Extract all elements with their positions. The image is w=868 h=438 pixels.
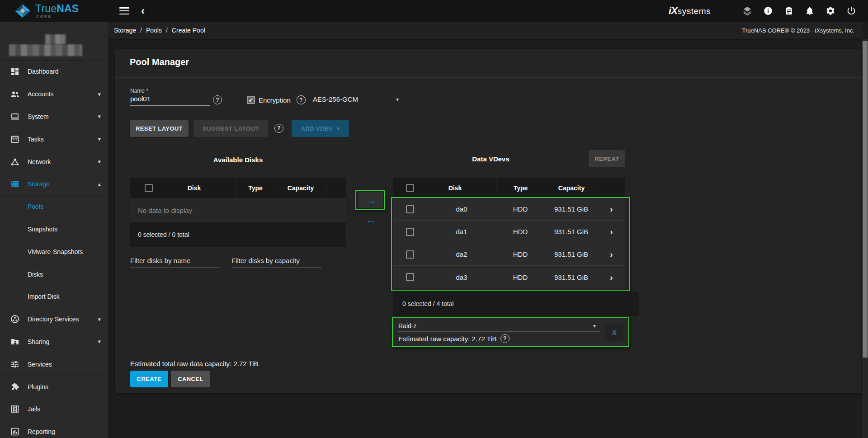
filter-capacity-input[interactable] (231, 257, 322, 268)
sidebar-item-accounts[interactable]: Accounts ▾ (0, 83, 108, 106)
suggest-layout-button[interactable]: SUGGEST LAYOUT (193, 120, 268, 137)
ix-logo-mark: iX (669, 5, 677, 17)
pool-name-input[interactable] (130, 95, 210, 106)
sidebar-item-label: System (28, 113, 49, 120)
info-icon[interactable] (763, 6, 773, 16)
row-expand-chevron-icon[interactable]: › (610, 250, 613, 259)
sidebar-item-label: Disks (28, 271, 43, 278)
sidebar-item-import-disk[interactable]: Import Disk (0, 286, 108, 308)
row-expand-chevron-icon[interactable]: › (610, 205, 613, 213)
sidebar-item-label: Jails (28, 405, 40, 413)
page-scrollbar (862, 39, 868, 438)
table-row-da3[interactable]: da3 HDD 931.51 GiB › (393, 266, 625, 288)
available-disks-footer: 0 selected / 0 total (130, 222, 346, 247)
sidebar-item-label: Import Disk (28, 293, 60, 300)
raw-capacity-text: Estimated raw capacity: 2.72 TiB (398, 335, 497, 343)
sidebar-item-services[interactable]: Services (0, 353, 108, 376)
task-manager-icon[interactable] (783, 6, 794, 16)
notifications-bell-icon[interactable] (804, 6, 815, 16)
breadcrumb: Storage / Pools / Create Pool (114, 27, 205, 34)
cancel-button[interactable]: CANCEL (171, 371, 210, 387)
create-button[interactable]: CREATE (130, 371, 168, 387)
select-all-checkbox[interactable] (406, 184, 414, 192)
sidebar-item-label: Directory Services (28, 316, 79, 323)
encryption-help-icon[interactable]: ? (297, 95, 306, 104)
row-checkbox[interactable] (406, 250, 414, 259)
reset-layout-button[interactable]: RESET LAYOUT (130, 120, 189, 137)
breadcrumb-pools[interactable]: Pools (146, 27, 162, 34)
disk-capacity: 931.51 GiB (545, 250, 598, 258)
truecommand-icon[interactable] (742, 6, 752, 16)
available-disks-header: Disk Type Capacity (130, 178, 346, 198)
layout-help-icon[interactable]: ? (274, 124, 283, 133)
move-left-button[interactable]: ← (358, 212, 383, 228)
remove-vdev-button[interactable]: X (606, 325, 623, 340)
raw-capacity-help-icon[interactable]: ? (500, 334, 509, 343)
row-checkbox[interactable] (406, 205, 414, 213)
sidebar-item-network[interactable]: Network ▾ (0, 151, 108, 173)
row-checkbox[interactable] (406, 228, 414, 236)
breadcrumb-separator: / (140, 27, 142, 34)
sidebar-item-sharing[interactable]: Sharing ▾ (0, 331, 108, 353)
disk-name: da2 (427, 250, 496, 258)
row-expand-chevron-icon[interactable]: › (610, 273, 613, 282)
settings-gear-icon[interactable] (825, 6, 835, 16)
sidebar-item-disks[interactable]: Disks (0, 263, 108, 286)
select-all-checkbox[interactable] (145, 184, 153, 192)
move-right-button[interactable]: → (358, 192, 383, 208)
table-row-da1[interactable]: da1 HDD 931.51 GiB › (393, 221, 625, 243)
sidebar-item-label: Accounts (28, 90, 54, 98)
repeat-button[interactable]: REPEAT (589, 150, 625, 167)
data-vdevs-header: Disk Type Capacity (393, 178, 625, 198)
column-header-capacity: Capacity (558, 184, 585, 192)
sidebar-item-label: Pools (28, 203, 43, 210)
power-icon[interactable] (846, 6, 856, 16)
row-expand-chevron-icon[interactable]: › (610, 227, 613, 236)
scrollbar-thumb[interactable] (863, 41, 868, 358)
sharing-folder-icon (10, 337, 20, 346)
column-header-type: Type (248, 184, 263, 192)
sidebar-item-plugins[interactable]: Plugins (0, 376, 108, 398)
disk-type: HDD (496, 228, 545, 235)
table-row-da2[interactable]: da2 HDD 931.51 GiB › (393, 243, 625, 266)
row-checkbox[interactable] (406, 273, 414, 281)
name-field-label: Name * (130, 88, 148, 94)
cipher-select[interactable]: AES-256-GCM ▾ (313, 95, 399, 103)
breadcrumb-storage[interactable]: Storage (114, 27, 136, 34)
column-header-type: Type (514, 184, 528, 192)
sidebar-item-label: Storage (28, 180, 50, 188)
disk-type: HDD (496, 273, 545, 281)
title-divider (115, 77, 861, 78)
sidebar-item-jails[interactable]: Jails (0, 398, 108, 421)
disk-name: da3 (427, 273, 496, 281)
sidebar-user-block (0, 22, 108, 61)
sidebar-item-pools[interactable]: Pools (0, 196, 108, 218)
raid-type-select[interactable]: Raid-z ▾ (398, 320, 600, 332)
data-vdevs-footer: 0 selected / 4 total (393, 292, 639, 316)
sidebar-item-system[interactable]: System ▾ (0, 106, 108, 128)
collapse-back-icon[interactable]: ‹ (141, 6, 145, 15)
filter-name-input[interactable] (130, 257, 219, 268)
name-help-icon[interactable]: ? (213, 95, 222, 104)
sidebar-item-dashboard[interactable]: Dashboard (0, 61, 108, 83)
encryption-checkbox[interactable]: ✓ (247, 96, 255, 104)
sidebar-item-tasks[interactable]: Tasks ▾ (0, 128, 108, 151)
disk-name: da1 (427, 228, 496, 235)
services-sliders-icon (10, 360, 20, 369)
sidebar-item-snapshots[interactable]: Snapshots (0, 218, 108, 241)
sidebar-item-label: Plugins (28, 383, 48, 391)
chevron-down-icon: ▾ (98, 113, 101, 120)
disk-capacity: 931.51 GiB (545, 205, 598, 213)
sidebar-item-directory-services[interactable]: Directory Services ▾ (0, 308, 108, 331)
sidebar-item-vmware-snapshots[interactable]: VMware-Snapshots (0, 240, 108, 263)
sidebar-item-label: Services (28, 361, 52, 368)
table-row-da0[interactable]: da0 HDD 931.51 GiB › (393, 198, 625, 221)
sidebar-item-storage[interactable]: Storage ▴ (0, 173, 108, 196)
sidebar-item-label: Snapshots (28, 226, 57, 233)
disk-type: HDD (496, 250, 545, 258)
menu-hamburger-icon[interactable] (119, 7, 129, 14)
reporting-chart-icon (10, 427, 20, 436)
breadcrumb-separator: / (166, 27, 168, 34)
sidebar-item-reporting[interactable]: Reporting (0, 421, 108, 438)
add-vdev-button[interactable]: ADD VDEV ▾ (292, 120, 349, 137)
